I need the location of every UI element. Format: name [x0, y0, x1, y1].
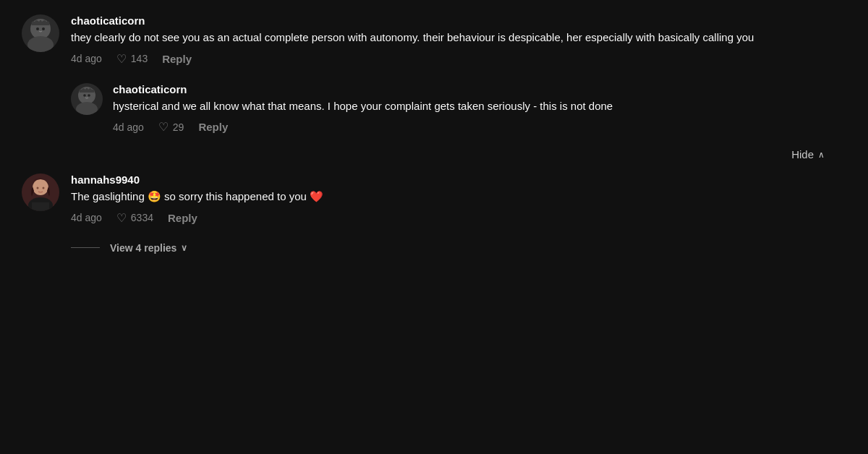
heart-icon: ♡ — [158, 120, 169, 134]
comment-text: hysterical and we all know what that mea… — [113, 98, 846, 115]
heart-icon: ♡ — [116, 211, 127, 225]
avatar — [71, 83, 103, 115]
chevron-up-icon: ∧ — [818, 150, 825, 160]
view-replies-button[interactable]: View 4 replies ∨ — [71, 242, 846, 254]
comment-username: chaoticaticorn — [113, 83, 846, 95]
hide-label: Hide — [791, 148, 814, 160]
like-button[interactable]: ♡ 29 — [158, 120, 184, 134]
reply-button[interactable]: Reply — [162, 53, 192, 65]
reply-button[interactable]: Reply — [198, 121, 228, 133]
comment-meta: 4d ago ♡ 6334 Reply — [71, 211, 846, 225]
avatar — [22, 174, 59, 211]
comment-time: 4d ago — [71, 212, 102, 223]
hide-button[interactable]: Hide ∧ — [791, 148, 825, 160]
svg-point-9 — [88, 94, 90, 97]
comment-username: hannahs9940 — [71, 174, 846, 186]
like-count: 6334 — [131, 212, 153, 223]
reply-button[interactable]: Reply — [168, 212, 197, 224]
view-replies-label: View 4 replies — [110, 242, 176, 254]
like-button[interactable]: ♡ 6334 — [116, 211, 153, 225]
comment-meta: 4d ago ♡ 143 Reply — [71, 52, 846, 66]
avatar — [22, 14, 59, 52]
comment-content: chaoticaticorn they clearly do not see y… — [71, 14, 846, 66]
svg-point-11 — [33, 179, 48, 195]
like-count: 29 — [173, 121, 184, 133]
heart-icon: ♡ — [116, 52, 127, 66]
svg-rect-15 — [32, 202, 49, 211]
comments-section: chaoticaticorn they clearly do not see y… — [0, 0, 868, 268]
comment-content: chaoticaticorn hysterical and we all kno… — [113, 83, 846, 134]
comment-meta: 4d ago ♡ 29 Reply — [113, 120, 846, 134]
divider-line — [71, 247, 100, 248]
comment-text: The gaslighting 🤩 so sorry this happened… — [71, 189, 846, 205]
comment-time: 4d ago — [113, 121, 144, 133]
like-count: 143 — [131, 53, 148, 64]
comment-item: hannahs9940 The gaslighting 🤩 so sorry t… — [22, 174, 846, 225]
comment-content: hannahs9940 The gaslighting 🤩 so sorry t… — [71, 174, 846, 225]
svg-point-14 — [43, 187, 45, 189]
sub-comment-item: chaoticaticorn hysterical and we all kno… — [71, 83, 846, 134]
hide-section: Hide ∧ — [22, 148, 846, 160]
comment-text: they clearly do not see you as an actual… — [71, 30, 846, 46]
svg-point-4 — [42, 27, 45, 30]
svg-point-3 — [36, 27, 39, 30]
comment-username: chaoticaticorn — [71, 14, 846, 27]
svg-point-13 — [37, 187, 39, 189]
comment-time: 4d ago — [71, 53, 102, 64]
like-button[interactable]: ♡ 143 — [116, 52, 148, 66]
comment-item: chaoticaticorn they clearly do not see y… — [22, 14, 846, 66]
chevron-down-icon: ∨ — [181, 243, 187, 253]
svg-point-8 — [83, 94, 86, 97]
